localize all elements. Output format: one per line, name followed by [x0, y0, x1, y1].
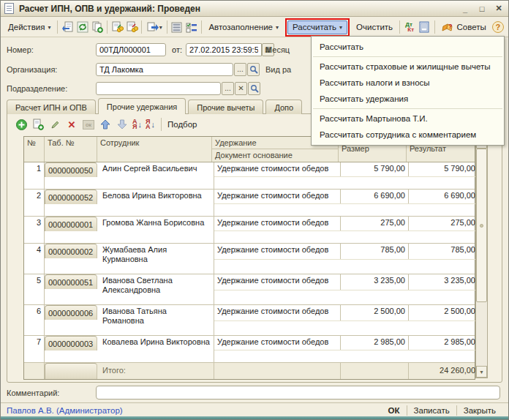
goto-icon[interactable]: ▾: [144, 20, 165, 35]
magnifier-icon[interactable]: [247, 63, 260, 76]
table-row[interactable]: 2 0000000052 Белова Ирина Викторовна Уде…: [24, 190, 475, 217]
clear-button[interactable]: Очистить: [352, 20, 397, 35]
calculate-button[interactable]: Рассчитать ▾: [287, 20, 347, 34]
minimize-icon[interactable]: _: [459, 3, 471, 14]
department-label: Подразделение:: [7, 84, 96, 93]
status-bar: Павлов А.В. (Администратор) ОК Записать …: [1, 402, 508, 418]
table-row[interactable]: 3 0000000001 Громова Жанна Борисовна Уде…: [24, 217, 475, 244]
organization-input[interactable]: [96, 63, 233, 76]
organization-row: Организация: ...: [7, 62, 260, 76]
clear-field-icon[interactable]: ✕: [235, 82, 247, 95]
menu-item-calc-martynova[interactable]: Рассчитать Мартынова Т.И.: [312, 110, 504, 127]
date-label: от:: [172, 45, 182, 54]
total-value: 24 260,00: [409, 363, 478, 379]
table-row[interactable]: 7 0000000003 Ковалева Ирина Викторовна У…: [24, 336, 475, 363]
menu-item-calc-employee-comment[interactable]: Рассчитать сотрудника с комментарием: [312, 127, 504, 143]
number-row: Номер: от: ▦: [7, 42, 274, 56]
menu-item-calc-deductions[interactable]: Рассчитать удержания: [312, 91, 504, 107]
tab-panel: ✕ ок АЯ ↓ ЯА ↓ Подбор № Таб. №: [7, 113, 502, 383]
window-title: Расчет ИПН, ОПВ и удержаний: Проведен: [19, 4, 200, 14]
tab-prochie-vychety[interactable]: Прочие вычеты: [188, 100, 263, 114]
date-input[interactable]: [186, 43, 262, 56]
chevron-down-icon: ▾: [276, 24, 279, 31]
calc-kind-label: Вид ра: [265, 65, 291, 74]
month-label: Месяц: [265, 45, 290, 54]
comment-label: Комментарий:: [7, 389, 59, 397]
actions-button[interactable]: Действия ▾: [4, 20, 55, 35]
menu-item-calc-insurance-housing[interactable]: Рассчитать страховые и жилищные вычеты: [312, 59, 504, 75]
number-label: Номер:: [7, 45, 96, 54]
current-user: Павлов А.В. (Администратор): [7, 406, 123, 415]
table-row[interactable]: 1 0000000050 Алин Сергей Васильевич Удер…: [24, 162, 475, 190]
ellipsis-icon[interactable]: ...: [222, 82, 234, 95]
end-edit-icon[interactable]: ок: [82, 118, 95, 131]
sort-ascending-icon[interactable]: АЯ ↓: [132, 119, 142, 130]
save-document-icon[interactable]: [60, 20, 75, 35]
edit-row-icon[interactable]: [48, 118, 61, 131]
red-highlight-annotation: Рассчитать ▾: [285, 18, 350, 37]
unpost-document-icon[interactable]: [124, 20, 139, 35]
dt-kt-icon[interactable]: ДтКт: [402, 20, 417, 35]
header-num[interactable]: №: [24, 137, 45, 162]
chevron-down-icon: ▾: [48, 24, 50, 31]
deductions-table: № Таб. № Сотрудник Удержание Документ ос…: [23, 136, 475, 380]
refresh-icon[interactable]: [75, 20, 90, 35]
vertical-scrollbar[interactable]: ▲ ▼: [475, 136, 488, 378]
sort-descending-icon[interactable]: ЯА ↓: [146, 119, 155, 130]
total-label: Итого:: [99, 363, 214, 379]
title-bar: Расчет ИПН, ОПВ и удержаний: Проведен _ …: [1, 1, 508, 17]
maximize-icon[interactable]: □: [476, 3, 488, 14]
document-window: Расчет ИПН, ОПВ и удержаний: Проведен _ …: [0, 0, 509, 420]
post-document-icon[interactable]: [110, 20, 124, 35]
help-icon[interactable]: ?: [491, 20, 505, 35]
report-icon[interactable]: [417, 20, 431, 35]
scrollbar-thumb[interactable]: [476, 149, 487, 302]
header-employee[interactable]: Сотрудник: [97, 137, 212, 162]
ok-button[interactable]: ОК: [382, 406, 407, 415]
advice-book-icon: ?: [442, 22, 454, 33]
chevron-down-icon: ▾: [159, 24, 162, 31]
window-bottom-edge: [1, 416, 508, 419]
header-doc-base: Документ основание: [212, 149, 338, 162]
delete-row-icon[interactable]: ✕: [65, 118, 78, 131]
document-icon: [4, 3, 14, 14]
table-row[interactable]: 6 0000000006 Иванова Татьяна Романовна У…: [24, 305, 475, 336]
structure-rows-icon[interactable]: [170, 20, 184, 35]
list-toolbar: ✕ ок АЯ ↓ ЯА ↓ Подбор: [15, 116, 197, 132]
save-button[interactable]: Записать: [407, 406, 456, 415]
department-input[interactable]: [96, 82, 221, 95]
organization-label: Организация:: [7, 65, 96, 74]
svg-text:?: ?: [448, 23, 453, 30]
autofill-button[interactable]: Автозаполнение ▾: [204, 20, 283, 35]
tab-dopolnitelno[interactable]: Допо: [265, 100, 302, 114]
menu-item-calc-taxes[interactable]: Рассчитать налоги и взносы: [312, 75, 504, 91]
header-tab-number[interactable]: Таб. №: [45, 137, 97, 162]
advice-button[interactable]: ? Советы: [437, 20, 491, 35]
menu-separator: [313, 56, 502, 57]
menu-item-calculate[interactable]: Рассчитать: [312, 39, 504, 55]
magnifier-icon[interactable]: [248, 82, 260, 95]
ellipsis-icon[interactable]: ...: [234, 63, 246, 76]
chevron-down-icon: ▾: [339, 24, 342, 31]
main-toolbar: Действия ▾ ▾: [1, 18, 508, 37]
close-icon[interactable]: ✕: [493, 3, 505, 14]
move-up-icon[interactable]: [99, 118, 112, 131]
tab-raschet-ipn-opv[interactable]: Расчет ИПН и ОПВ: [7, 100, 96, 114]
scroll-down-icon[interactable]: ▼: [476, 366, 487, 378]
copy-document-icon[interactable]: [90, 20, 105, 35]
table-row[interactable]: 5 0000000051 Иванова Светлана Александро…: [24, 274, 475, 305]
close-button[interactable]: Закрыть: [457, 406, 502, 415]
tab-prochie-uderzhaniya[interactable]: Прочие удержания: [98, 98, 186, 114]
comment-input[interactable]: [96, 386, 500, 400]
table-row[interactable]: 4 0000000002 Жумабаева Алия Курмановна У…: [24, 244, 475, 274]
menu-separator: [313, 108, 502, 109]
list-settings-icon[interactable]: [184, 20, 199, 35]
calculate-dropdown-menu: Рассчитать Рассчитать страховые и жилищн…: [311, 36, 505, 146]
copy-row-icon[interactable]: [31, 118, 45, 131]
add-row-icon[interactable]: [15, 118, 28, 131]
number-input[interactable]: [96, 43, 166, 56]
tab-bar: Расчет ИПН и ОПВ Прочие удержания Прочие…: [7, 98, 304, 114]
total-row: Итого: 24 260,00: [24, 363, 475, 379]
move-down-icon[interactable]: [116, 118, 129, 131]
pick-button[interactable]: Подбор: [167, 120, 197, 129]
